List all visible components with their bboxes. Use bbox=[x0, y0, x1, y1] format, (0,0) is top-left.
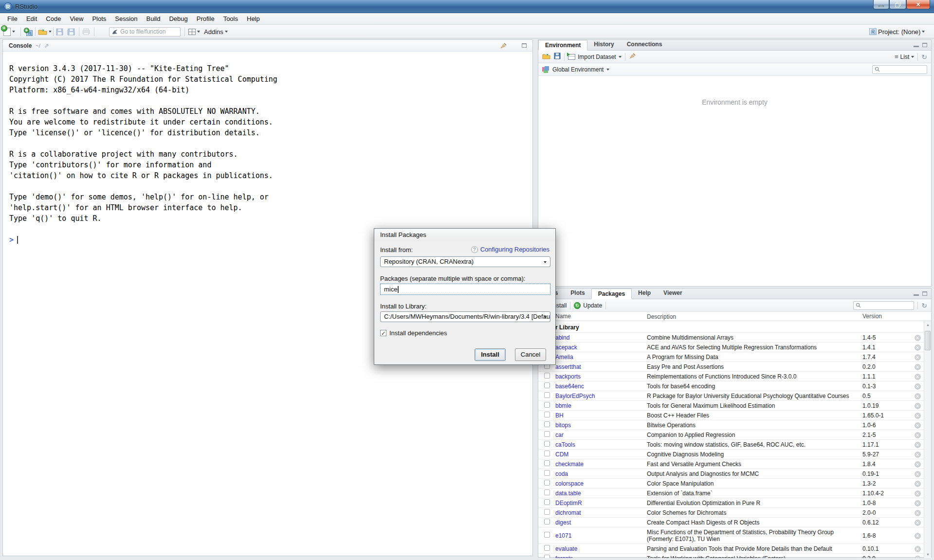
list-view-button[interactable]: ≡ List bbox=[895, 53, 914, 60]
tab-viewer[interactable]: Viewer bbox=[657, 288, 688, 299]
package-remove-icon[interactable]: × bbox=[915, 383, 921, 390]
window-restore-button[interactable] bbox=[889, 0, 906, 9]
configuring-repositories-link[interactable]: Configuring Repositories bbox=[480, 246, 549, 253]
package-checkbox[interactable] bbox=[544, 489, 550, 495]
window-minimize-button[interactable] bbox=[873, 0, 889, 9]
package-name-link[interactable]: car bbox=[555, 432, 564, 438]
package-name-link[interactable]: acepack bbox=[555, 344, 577, 351]
console-maximize-button[interactable] bbox=[522, 43, 527, 48]
scrollbar-thumb[interactable] bbox=[925, 331, 931, 350]
menu-profile[interactable]: Profile bbox=[192, 13, 219, 24]
pane-minimize-icon[interactable] bbox=[914, 43, 919, 47]
menu-code[interactable]: Code bbox=[41, 13, 65, 24]
install-button[interactable]: Install bbox=[475, 348, 506, 361]
open-file-button[interactable] bbox=[38, 25, 52, 38]
pane-maximize-icon[interactable] bbox=[922, 43, 927, 47]
package-checkbox[interactable] bbox=[544, 402, 550, 408]
menu-session[interactable]: Session bbox=[110, 13, 142, 24]
package-checkbox[interactable] bbox=[544, 545, 550, 551]
package-checkbox[interactable] bbox=[544, 555, 550, 558]
package-checkbox[interactable] bbox=[544, 392, 550, 398]
package-checkbox[interactable] bbox=[544, 412, 550, 417]
package-name-link[interactable]: assertthat bbox=[555, 363, 581, 370]
package-remove-icon[interactable]: × bbox=[915, 500, 921, 506]
pane-minimize-icon[interactable] bbox=[914, 291, 919, 296]
update-packages-button[interactable]: ↻ Update bbox=[574, 302, 602, 309]
refresh-packages-button[interactable]: ↻ bbox=[921, 302, 927, 309]
menu-help[interactable]: Help bbox=[242, 13, 264, 24]
package-name-link[interactable]: dichromat bbox=[555, 509, 581, 516]
print-button[interactable] bbox=[82, 25, 90, 38]
package-checkbox[interactable] bbox=[544, 421, 550, 427]
new-file-button[interactable] bbox=[3, 25, 15, 38]
window-close-button[interactable]: × bbox=[906, 0, 930, 9]
package-checkbox[interactable] bbox=[544, 431, 550, 437]
package-name-link[interactable]: digest bbox=[555, 519, 571, 526]
save-workspace-button[interactable] bbox=[554, 53, 561, 61]
package-name-link[interactable]: DEoptimR bbox=[555, 500, 582, 506]
tab-history[interactable]: History bbox=[587, 39, 620, 50]
package-name-link[interactable]: Amelia bbox=[555, 354, 573, 361]
package-name-link[interactable]: backports bbox=[555, 373, 581, 380]
package-checkbox[interactable] bbox=[544, 509, 550, 515]
tab-help[interactable]: Help bbox=[632, 288, 657, 299]
menu-build[interactable]: Build bbox=[142, 13, 165, 24]
package-remove-icon[interactable]: × bbox=[915, 533, 921, 539]
install-dependencies-checkbox[interactable]: ✓ bbox=[380, 330, 386, 336]
package-name-link[interactable]: bitops bbox=[555, 422, 571, 429]
package-checkbox[interactable] bbox=[544, 441, 550, 447]
scroll-up-icon[interactable]: ▲ bbox=[924, 321, 931, 328]
package-name-link[interactable]: colorspace bbox=[555, 480, 584, 487]
menu-view[interactable]: View bbox=[65, 13, 88, 24]
package-name-link[interactable]: checkmate bbox=[555, 461, 584, 468]
package-remove-icon[interactable]: × bbox=[915, 481, 921, 487]
tab-plots[interactable]: Plots bbox=[564, 288, 591, 299]
addins-button[interactable]: Addins bbox=[204, 25, 228, 38]
package-name-link[interactable]: e1071 bbox=[555, 532, 571, 539]
menu-edit[interactable]: Edit bbox=[22, 13, 41, 24]
package-remove-icon[interactable]: × bbox=[915, 335, 921, 341]
package-remove-icon[interactable]: × bbox=[915, 403, 921, 409]
package-name-link[interactable]: data.table bbox=[555, 490, 581, 497]
tab-connections[interactable]: Connections bbox=[621, 39, 669, 50]
package-remove-icon[interactable]: × bbox=[915, 432, 921, 438]
menu-tools[interactable]: Tools bbox=[219, 13, 242, 24]
package-remove-icon[interactable]: × bbox=[915, 393, 921, 399]
project-menu-button[interactable]: R Project: (None) bbox=[869, 25, 925, 38]
packages-scrollbar[interactable]: ▲ ▼ bbox=[924, 321, 931, 558]
help-icon[interactable]: ? bbox=[471, 246, 478, 253]
package-checkbox[interactable] bbox=[544, 532, 550, 538]
package-name-link[interactable]: bbmle bbox=[555, 402, 571, 409]
popout-icon[interactable]: ⇗ bbox=[44, 42, 49, 49]
package-name-link[interactable]: BH bbox=[555, 412, 564, 419]
package-remove-icon[interactable]: × bbox=[915, 442, 921, 448]
pane-maximize-icon[interactable] bbox=[922, 291, 927, 296]
tab-packages[interactable]: Packages bbox=[591, 289, 632, 299]
clear-console-button[interactable] bbox=[500, 42, 507, 51]
package-remove-icon[interactable]: × bbox=[915, 461, 921, 468]
package-name-link[interactable]: forcats bbox=[555, 555, 573, 559]
clear-environment-button[interactable] bbox=[629, 53, 636, 61]
refresh-environment-button[interactable]: ↻ bbox=[921, 54, 927, 60]
package-remove-icon[interactable]: × bbox=[915, 354, 921, 361]
package-remove-icon[interactable]: × bbox=[915, 422, 921, 429]
package-checkbox[interactable] bbox=[544, 382, 550, 388]
workspace-panes-button[interactable] bbox=[188, 25, 200, 38]
new-project-button[interactable]: R+ bbox=[24, 25, 33, 38]
install-to-library-select[interactable]: C:/Users/MWHeymans/Documents/R/win-libra… bbox=[380, 311, 550, 322]
environment-scope-label[interactable]: Global Environment bbox=[552, 66, 604, 73]
console-output[interactable]: R version 3.4.3 (2017-11-30) -- "Kite-Ea… bbox=[3, 52, 532, 245]
package-checkbox[interactable] bbox=[544, 480, 550, 486]
packages-search-input[interactable] bbox=[863, 303, 912, 308]
package-remove-icon[interactable]: × bbox=[915, 374, 921, 380]
package-remove-icon[interactable]: × bbox=[915, 510, 921, 516]
cancel-button[interactable]: Cancel bbox=[515, 348, 546, 361]
package-checkbox[interactable] bbox=[544, 460, 550, 466]
package-name-link[interactable]: coda bbox=[555, 470, 568, 477]
package-checkbox[interactable] bbox=[544, 451, 550, 456]
package-name-link[interactable]: CDM bbox=[555, 451, 568, 458]
package-remove-icon[interactable]: × bbox=[915, 556, 921, 559]
package-name-link[interactable]: evaluate bbox=[555, 545, 577, 552]
package-name-link[interactable]: base64enc bbox=[555, 383, 584, 390]
package-checkbox[interactable] bbox=[544, 519, 550, 524]
